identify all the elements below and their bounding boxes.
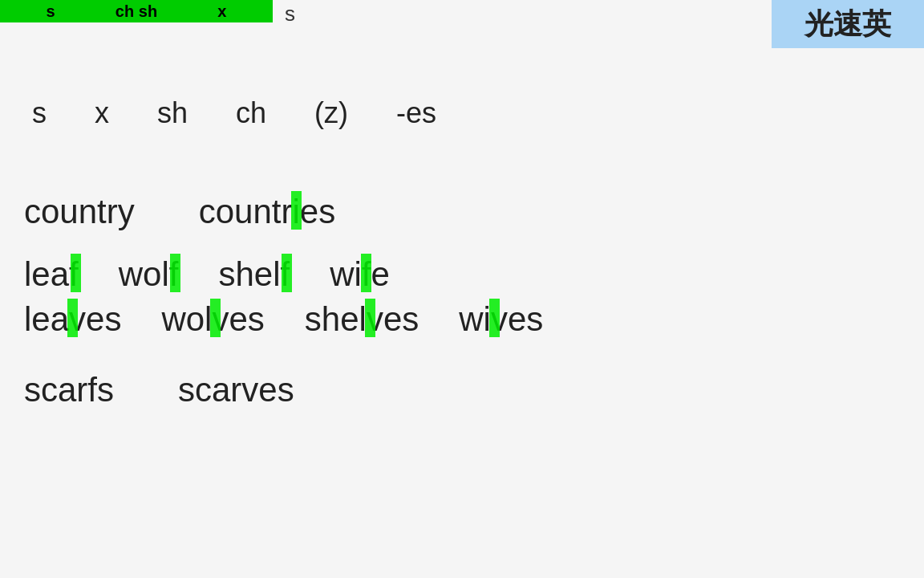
- logo-text: 光速英: [804, 5, 891, 44]
- word-leaves: leaves: [24, 300, 121, 339]
- suffixes-row: s x sh ch (z) -es: [32, 96, 436, 130]
- scarfs-row: scarfs scarves: [24, 371, 543, 409]
- word-wife: wife: [330, 255, 390, 294]
- country-row: country countries: [24, 193, 543, 231]
- word-wives: wives: [459, 300, 543, 339]
- banner-item-x: x: [217, 2, 226, 21]
- suffix-x: x: [95, 96, 109, 130]
- word-scarves: scarves: [178, 371, 294, 409]
- word-scarfs: scarfs: [24, 371, 114, 409]
- word-country: country: [24, 193, 135, 231]
- words-section: country countries leaf wolf shelf wife l…: [24, 193, 543, 417]
- plural-row: leaves wolves shelves wives: [24, 300, 543, 339]
- suffix-ch: ch: [236, 96, 266, 130]
- word-wolves: wolves: [161, 300, 264, 339]
- top-banner: s ch sh x: [0, 0, 273, 22]
- banner-item-s: s: [47, 2, 55, 21]
- banner-item-chsh: ch sh: [116, 2, 157, 21]
- word-leaf: leaf: [24, 255, 79, 294]
- logo: 光速英: [772, 0, 924, 48]
- word-shelf: shelf: [218, 255, 290, 294]
- banner-extra-text: s: [285, 2, 295, 26]
- singular-row: leaf wolf shelf wife: [24, 255, 543, 294]
- suffix-z: (z): [314, 96, 348, 130]
- suffix-s: s: [32, 96, 47, 130]
- word-shelves: shelves: [305, 300, 419, 339]
- suffix-es: -es: [396, 96, 436, 130]
- suffix-sh: sh: [157, 96, 188, 130]
- word-wolf: wolf: [119, 255, 179, 294]
- word-countries: countries: [199, 193, 335, 231]
